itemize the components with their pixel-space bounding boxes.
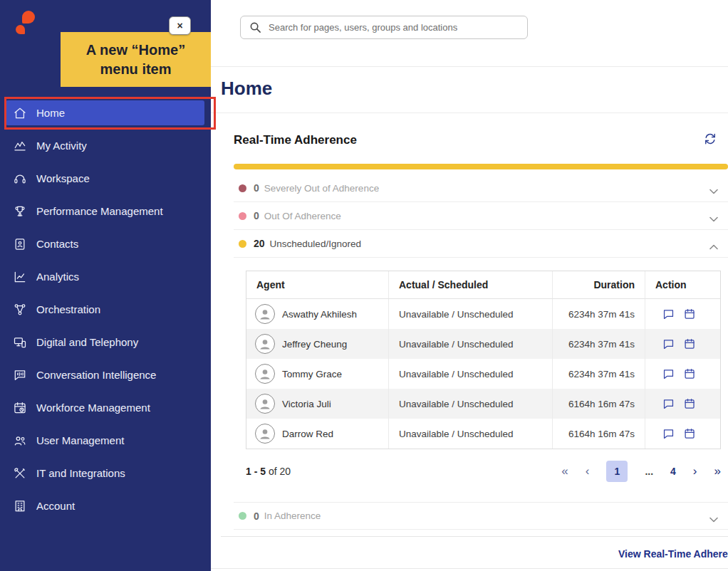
chevron-down-icon[interactable] (709, 184, 718, 190)
chat-action-button[interactable] (662, 428, 675, 440)
real-time-adherence-card: Real-Time Adherence 0 Severely Out of Ad… (234, 132, 728, 565)
sidebar-item-orchestration[interactable]: Orchestration (6, 297, 204, 322)
agent-name: Tommy Grace (282, 369, 342, 379)
tools-icon (13, 466, 27, 481)
sidebar-item-label: Workforce Management (36, 402, 150, 414)
chat-action-button[interactable] (662, 308, 675, 320)
duration-value: 6234h 37m 41s (553, 299, 645, 329)
section-severely-out-of-adherence[interactable]: 0 Severely Out of Adherence (234, 174, 728, 202)
sidebar-item-label: IT and Integrations (36, 467, 125, 479)
brand-logo[interactable] (16, 9, 40, 39)
search-icon (249, 21, 261, 33)
avatar (255, 364, 275, 384)
schedule-action-button[interactable] (684, 398, 696, 410)
brand-logo-mark (22, 11, 35, 23)
status-dot (239, 512, 246, 520)
agent-name: Darrow Red (282, 429, 333, 439)
pagination-range-bold: 1 - 5 (246, 466, 266, 477)
sidebar-nav: Home My Activity Workspace Performance M… (6, 100, 204, 526)
sidebar-item-it-and-integrations[interactable]: IT and Integrations (6, 461, 204, 486)
sidebar-item-contacts[interactable]: Contacts (6, 231, 204, 256)
section-out-of-adherence[interactable]: 0 Out Of Adherence (234, 202, 728, 230)
sidebar-item-label: Digital and Telephony (36, 336, 138, 348)
schedule-action-button[interactable] (684, 428, 696, 440)
chevron-down-icon[interactable] (709, 212, 718, 218)
chevron-down-icon[interactable] (709, 513, 718, 518)
section-count: 20 (254, 238, 265, 249)
table-row: Jeffrey Cheung Unavailable / Unscheduled… (246, 329, 720, 359)
actual-scheduled-status: Unavailable / Unscheduled (389, 359, 553, 389)
first-page-button[interactable]: « (561, 464, 568, 478)
table-header-row: Agent Actual / Scheduled Duration Action (246, 271, 720, 299)
sidebar-item-analytics[interactable]: Analytics (6, 264, 204, 289)
actual-scheduled-status: Unavailable / Unscheduled (389, 299, 553, 329)
avatar (255, 424, 275, 444)
sidebar-item-conversation-intelligence[interactable]: Conversation Intelligence (6, 362, 204, 387)
view-real-time-adherence-link[interactable]: View Real-Time Adherence (618, 548, 728, 560)
analytics-icon (13, 270, 27, 284)
agent-name: Jeffrey Cheung (282, 339, 347, 350)
duration-value: 6234h 37m 41s (553, 329, 645, 359)
agents-table: Agent Actual / Scheduled Duration Action… (246, 271, 721, 449)
close-icon: × (177, 20, 182, 31)
avatar (255, 334, 275, 354)
chat-action-button[interactable] (662, 368, 675, 380)
sidebar-item-account[interactable]: Account (6, 493, 204, 518)
chat-action-button[interactable] (662, 338, 675, 350)
app-window: Home My Activity Workspace Performance M… (0, 0, 728, 571)
avatar (255, 304, 275, 324)
users-icon (13, 434, 27, 448)
section-label: In Adherence (264, 510, 321, 521)
last-page-button[interactable]: » (714, 464, 721, 478)
refresh-button[interactable] (702, 132, 718, 147)
orchestration-icon (13, 303, 27, 317)
page-4-button[interactable]: 4 (670, 466, 676, 477)
refresh-icon (703, 132, 717, 146)
section-in-adherence[interactable]: 0 In Adherence (234, 502, 728, 530)
chat-action-button[interactable] (662, 398, 675, 410)
card-header: Real-Time Adherence (234, 132, 728, 149)
sidebar-item-label: User Management (36, 434, 124, 446)
chevron-up-icon[interactable] (709, 240, 718, 246)
section-count: 0 (254, 510, 259, 522)
column-header-duration: Duration (553, 271, 645, 298)
actual-scheduled-status: Unavailable / Unscheduled (389, 389, 553, 419)
schedule-action-button[interactable] (684, 368, 696, 380)
schedule-action-button[interactable] (684, 338, 696, 350)
main-content: Home Real-Time Adherence 0 Severely Out … (211, 0, 728, 571)
avatar (255, 394, 275, 414)
agent-name: Victoria Juli (282, 399, 331, 409)
sidebar-item-my-activity[interactable]: My Activity (6, 133, 204, 158)
contacts-icon (13, 237, 27, 251)
table-row: Aswathy Akhilesh Unavailable / Unschedul… (246, 299, 720, 329)
sidebar-item-home[interactable]: Home (6, 100, 204, 125)
sidebar-item-workforce-management[interactable]: Workforce Management (6, 395, 204, 420)
actual-scheduled-status: Unavailable / Unscheduled (389, 419, 553, 449)
sidebar-item-label: Account (36, 500, 75, 512)
sidebar-item-digital-and-telephony[interactable]: Digital and Telephony (6, 330, 204, 355)
next-page-button[interactable]: › (693, 464, 697, 478)
sidebar-item-label: Home (36, 107, 65, 119)
top-bar (211, 16, 728, 67)
sidebar-item-user-management[interactable]: User Management (6, 428, 204, 453)
schedule-action-button[interactable] (684, 308, 696, 320)
sidebar-item-label: My Activity (36, 140, 87, 152)
search-input[interactable] (269, 22, 519, 33)
global-search[interactable] (240, 16, 528, 39)
section-count: 0 (254, 210, 259, 221)
callout-close-button[interactable]: × (169, 16, 191, 35)
sidebar-item-workspace[interactable]: Workspace (6, 166, 204, 191)
section-unscheduled-ignored[interactable]: 20 Unscheduled/Ignored (234, 230, 728, 258)
sidebar-item-label: Performance Management (36, 205, 163, 217)
page-title: Home (221, 78, 728, 100)
sidebar-item-label: Contacts (36, 238, 78, 250)
sidebar-item-performance-management[interactable]: Performance Management (6, 199, 204, 224)
column-header-actual-scheduled: Actual / Scheduled (389, 271, 553, 298)
agent-name: Aswathy Akhilesh (282, 309, 357, 320)
sidebar-item-label: Conversation Intelligence (36, 369, 156, 381)
page-1-button[interactable]: 1 (606, 461, 628, 482)
previous-page-button[interactable]: ‹ (586, 464, 590, 478)
table-row: Tommy Grace Unavailable / Unscheduled 62… (246, 359, 720, 389)
activity-icon (13, 139, 27, 153)
duration-value: 6164h 16m 47s (553, 419, 645, 449)
